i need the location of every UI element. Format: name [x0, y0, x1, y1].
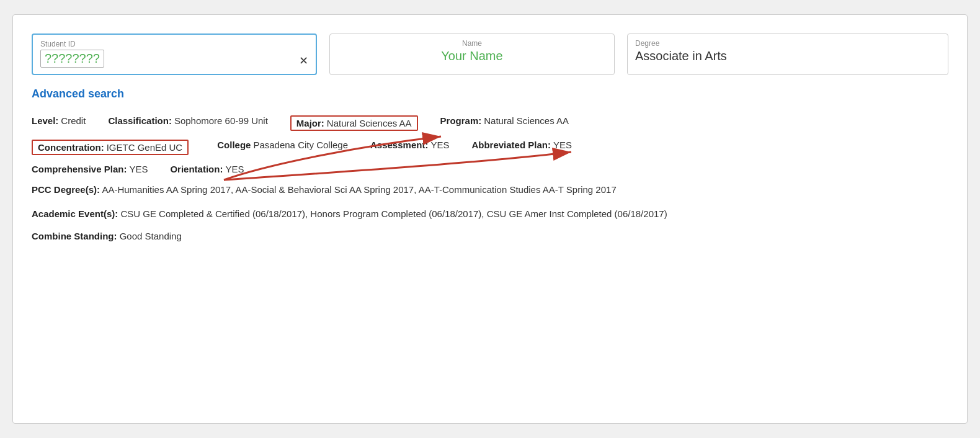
concentration-value: IGETC GenEd UC [107, 142, 183, 153]
name-field[interactable]: Name Your Name [329, 34, 615, 75]
advanced-search-link[interactable]: Advanced search [32, 87, 948, 101]
abbreviated-plan-value: YES [553, 140, 572, 150]
degree-value: Associate in Arts [635, 49, 727, 63]
combine-standing-row: Combine Standing: Good Standing [32, 231, 948, 241]
college-item: College Pasadena City College [217, 140, 348, 150]
level-label: Level: [32, 115, 58, 126]
info-row-1: Level: Credit Classification: Sophomore … [32, 115, 948, 131]
major-label: Major: [296, 118, 324, 128]
classification-value: Sophomore 60-99 Unit [174, 115, 268, 126]
program-value: Natural Sciences AA [484, 115, 569, 126]
assessment-label: Assessment: [370, 140, 428, 150]
info-row-3: Comprehensive Plan: YES Orientation: YES [32, 164, 948, 174]
college-label: College [217, 140, 251, 150]
comprehensive-plan-item: Comprehensive Plan: YES [32, 164, 148, 174]
name-value: Your Name [337, 49, 607, 63]
comprehensive-plan-label: Comprehensive Plan: [32, 164, 127, 174]
info-row-2-wrapper: Concentration: IGETC GenEd UC College Pa… [32, 140, 948, 155]
main-container: Student ID ???????? ✕ Name Your Name Deg… [12, 14, 968, 424]
info-section: Level: Credit Classification: Sophomore … [32, 115, 948, 241]
classification-label: Classification: [108, 115, 172, 126]
student-id-value: ???????? [45, 51, 100, 66]
student-id-label: Student ID [40, 40, 76, 48]
concentration-item: Concentration: IGETC GenEd UC [32, 140, 189, 155]
abbreviated-plan-item: Abbreviated Plan: YES [471, 140, 572, 150]
college-value: Pasadena City College [253, 140, 348, 150]
info-row-2: Concentration: IGETC GenEd UC College Pa… [32, 140, 948, 155]
student-id-field[interactable]: Student ID ???????? ✕ [32, 34, 317, 75]
concentration-label: Concentration: [38, 142, 104, 153]
program-item: Program: Natural Sciences AA [440, 115, 569, 126]
combine-standing-label: Combine Standing: [32, 231, 117, 241]
program-label: Program: [440, 115, 482, 126]
level-value: Credit [61, 115, 86, 126]
orientation-label: Orientation: [170, 164, 223, 174]
pcc-degrees-value: AA-Humanities AA Spring 2017, AA-Social … [102, 184, 616, 195]
pcc-degrees-label: PCC Degree(s): [32, 184, 100, 195]
academic-events-label: Academic Event(s): [32, 208, 118, 219]
search-row: Student ID ???????? ✕ Name Your Name Deg… [32, 34, 948, 75]
assessment-item: Assessment: YES [370, 140, 449, 150]
level-item: Level: Credit [32, 115, 86, 126]
degree-label: Degree [635, 39, 940, 48]
orientation-item: Orientation: YES [170, 164, 244, 174]
comprehensive-plan-value: YES [129, 164, 148, 174]
major-value: Natural Sciences AA [327, 118, 412, 128]
orientation-value: YES [225, 164, 244, 174]
abbreviated-plan-label: Abbreviated Plan: [471, 140, 551, 150]
major-item: Major: Natural Sciences AA [290, 115, 418, 131]
close-icon[interactable]: ✕ [299, 54, 308, 68]
classification-item: Classification: Sophomore 60-99 Unit [108, 115, 267, 126]
academic-events-value: CSU GE Completed & Certified (06/18/2017… [120, 208, 667, 219]
academic-events-row: Academic Event(s): CSU GE Completed & Ce… [32, 207, 948, 221]
pcc-degrees-row: PCC Degree(s): AA-Humanities AA Spring 2… [32, 183, 948, 197]
combine-standing-value: Good Standing [120, 231, 182, 241]
name-label: Name [337, 39, 607, 48]
student-id-input-wrapper[interactable]: ???????? [40, 50, 104, 68]
assessment-value: YES [430, 140, 449, 150]
degree-field[interactable]: Degree Associate in Arts [627, 34, 948, 75]
